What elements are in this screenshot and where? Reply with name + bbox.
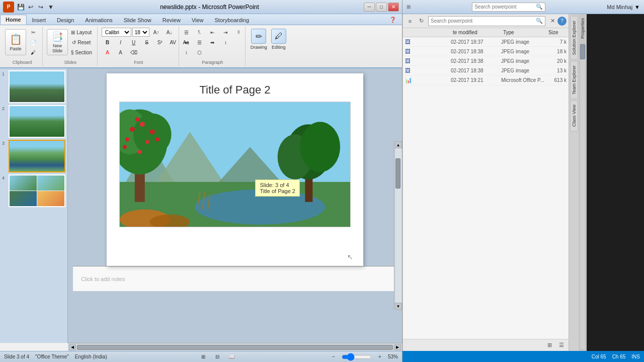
cut-button[interactable]: ✂ xyxy=(27,28,39,37)
close-button[interactable]: ✕ xyxy=(388,3,399,12)
solution-explorer-tab[interactable]: Solution Explorer xyxy=(570,16,578,60)
vertical-scrollbar[interactable]: ▲ ▼ xyxy=(394,141,402,310)
increase-indent-button[interactable]: ⇥ xyxy=(219,28,231,37)
copy-button[interactable]: 📄 xyxy=(27,38,39,47)
slide-panel[interactable]: 1 2 3 4 xyxy=(0,68,68,343)
slide-canvas[interactable]: Title of Page 2 xyxy=(107,73,363,266)
numbering-button[interactable]: ⒈ xyxy=(193,28,205,37)
tab-help[interactable]: ❓ xyxy=(384,15,402,25)
maximize-button[interactable]: □ xyxy=(376,3,387,12)
fe-search-icon[interactable]: 🔍 xyxy=(536,18,543,24)
zoom-out-button[interactable]: − xyxy=(328,352,340,361)
team-explorer-tab[interactable]: Team Explorer xyxy=(570,61,578,99)
italic-button[interactable]: I xyxy=(115,38,127,47)
class-view-tab[interactable]: Class View xyxy=(570,100,578,131)
redo-button[interactable]: ↪ xyxy=(36,3,45,12)
fe-grid-view-button[interactable]: ⊞ xyxy=(544,340,554,350)
align-left-button[interactable]: ⬅ xyxy=(180,38,192,47)
font-size-select[interactable]: 18 xyxy=(132,28,149,37)
tab-design[interactable]: Design xyxy=(51,15,79,25)
fe-collapse-button[interactable]: ≡ xyxy=(405,16,415,26)
layout-button[interactable]: ⊞ Layout xyxy=(69,28,94,37)
customize-qa-button[interactable]: ▼ xyxy=(46,3,55,12)
zoom-slider[interactable] xyxy=(342,355,372,359)
slide-img-4[interactable] xyxy=(9,174,65,207)
text-direction-button[interactable]: ↕ xyxy=(219,38,231,47)
scroll-left-arrow[interactable]: ◀ xyxy=(69,344,76,350)
fe-row-4[interactable]: 🖼 02-2017 18:38 JPEG image 13 k xyxy=(403,66,569,75)
fe-search-input[interactable] xyxy=(431,18,536,24)
slide-thumb-2[interactable]: 2 xyxy=(2,105,65,138)
normal-view-button[interactable]: ⊞ xyxy=(197,352,209,361)
quick-launch-input[interactable] xyxy=(474,4,535,10)
fe-row-5[interactable]: 📊 02-2017 19:21 Microsoft Office P... 61… xyxy=(403,75,569,85)
fe-help-button[interactable]: ? xyxy=(557,17,567,26)
strikethrough-button[interactable]: S xyxy=(141,38,153,47)
save-button[interactable]: 💾 xyxy=(16,3,25,12)
scroll-up-arrow[interactable]: ▲ xyxy=(395,141,402,148)
fe-search[interactable]: 🔍 xyxy=(428,16,545,26)
reading-view-button[interactable]: 📖 xyxy=(225,352,237,361)
font-family-select[interactable]: Calibri xyxy=(102,28,131,37)
tab-review[interactable]: Review xyxy=(157,15,186,25)
slide-thumb-4[interactable]: 4 xyxy=(2,174,65,207)
slide-image[interactable]: Slide: 3 of 4 Title of Page 2 xyxy=(119,102,351,227)
editing-icon-group[interactable]: 🖊 Editing xyxy=(271,29,286,50)
scroll-track[interactable] xyxy=(395,148,401,303)
bold-button[interactable]: B xyxy=(102,38,114,47)
char-spacing-button[interactable]: AV xyxy=(167,38,179,47)
underline-button[interactable]: U xyxy=(128,38,140,47)
format-painter-button[interactable]: 🖌 xyxy=(27,48,39,57)
properties-scroll-thumb[interactable] xyxy=(580,44,585,59)
minimize-button[interactable]: ─ xyxy=(364,3,375,12)
drawing-icon-group[interactable]: ✏ Drawing xyxy=(251,29,267,50)
section-button[interactable]: § Section xyxy=(69,48,94,57)
shadow-button[interactable]: S² xyxy=(154,38,166,47)
fe-refresh-button[interactable]: ↻ xyxy=(416,16,426,26)
notes-area[interactable]: Click to add notes xyxy=(73,266,397,291)
tab-animations[interactable]: Animations xyxy=(79,15,118,25)
h-scroll-thumb[interactable] xyxy=(77,345,393,350)
decrease-font-button[interactable]: A↓ xyxy=(164,28,176,37)
line-spacing-button[interactable]: ↕ xyxy=(180,48,192,57)
zoom-in-button[interactable]: + xyxy=(374,352,386,361)
tab-home[interactable]: Home xyxy=(0,15,27,25)
font-size-a-button[interactable]: A xyxy=(115,48,127,57)
fe-row-1[interactable]: 🖼 02-2017 18:37 JPEG image 7 k xyxy=(403,37,569,47)
fe-row-3[interactable]: 🖼 02-2017 18:38 JPEG image 20 k xyxy=(403,56,569,66)
scroll-down-arrow[interactable]: ▼ xyxy=(395,303,402,310)
horizontal-scrollbar[interactable]: ◀ ▶ xyxy=(68,343,402,351)
new-slide-button[interactable]: 📑 NewSlide xyxy=(47,29,68,55)
columns-button[interactable]: ⦀ xyxy=(232,28,245,37)
decrease-indent-button[interactable]: ⇤ xyxy=(206,28,218,37)
tab-insert[interactable]: Insert xyxy=(27,15,52,25)
tab-storyboarding[interactable]: Storyboarding xyxy=(209,15,255,25)
align-right-button[interactable]: ➡ xyxy=(206,38,218,47)
paste-button[interactable]: 📋 Paste xyxy=(5,29,26,55)
tab-slideshow[interactable]: Slide Show xyxy=(118,15,157,25)
fe-list-view-button[interactable]: ☰ xyxy=(556,340,567,350)
slide-img-1[interactable] xyxy=(9,70,65,103)
fe-close-button[interactable]: ✕ xyxy=(547,16,557,26)
ql-search[interactable]: 🔍 xyxy=(472,3,545,12)
clear-format-button[interactable]: ⌫ xyxy=(128,48,140,57)
reset-button[interactable]: ↺ Reset xyxy=(69,38,94,47)
scroll-thumb[interactable] xyxy=(395,158,400,189)
align-center-button[interactable]: ☰ xyxy=(193,38,205,47)
undo-button[interactable]: ↩ xyxy=(26,3,35,12)
properties-tab[interactable]: Properties xyxy=(579,14,586,43)
convert-smartart-button[interactable]: ⬡ xyxy=(193,48,205,57)
tab-view[interactable]: View xyxy=(186,15,209,25)
bullets-button[interactable]: ☰ xyxy=(180,28,192,37)
slide-title[interactable]: Title of Page 2 xyxy=(199,83,270,97)
scroll-right-arrow[interactable]: ▶ xyxy=(394,344,401,350)
slide-thumb-1[interactable]: 1 xyxy=(2,70,65,103)
slide-sorter-button[interactable]: ⊟ xyxy=(211,352,223,361)
font-color-button[interactable]: A xyxy=(102,48,114,57)
slide-thumb-3[interactable]: 3 xyxy=(2,140,65,172)
fe-row-2[interactable]: 🖼 02-2017 18:38 JPEG image 18 k xyxy=(403,47,569,56)
user-dropdown-icon[interactable]: ▼ xyxy=(634,4,640,10)
slide-img-2[interactable] xyxy=(9,105,65,138)
slide-img-3[interactable] xyxy=(9,140,65,172)
increase-font-button[interactable]: A↑ xyxy=(150,28,163,37)
